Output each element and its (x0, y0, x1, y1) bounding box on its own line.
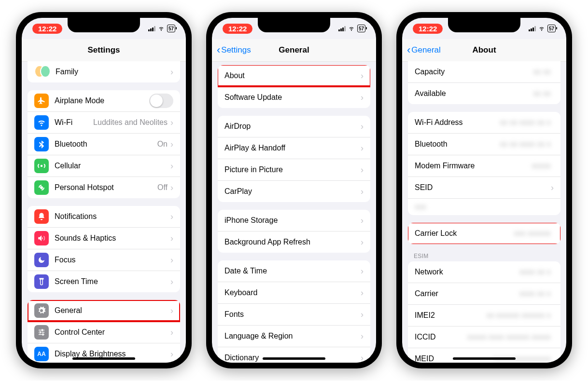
back-button[interactable]: ‹Settings (217, 45, 251, 55)
row-personal-hotspot[interactable]: Personal Hotspot Off › (28, 177, 180, 198)
row-carrier-lock[interactable]: Carrier Lockxxx xxxxxx (408, 223, 560, 244)
row-carrier[interactable]: Carrierxxxx xx x (408, 283, 560, 304)
display-icon: AA (34, 347, 49, 361)
row-capacity[interactable]: Capacityxx xx (408, 61, 560, 82)
sounds-icon (34, 231, 49, 245)
chevron-right-icon: › (170, 139, 173, 150)
row-control-center[interactable]: Control Center › (28, 321, 180, 343)
row-keyboard[interactable]: Keyboard› (218, 282, 370, 303)
chevron-left-icon: ‹ (407, 45, 410, 55)
cellular-signal-icon (148, 26, 155, 31)
status-time: 12:22 (413, 24, 443, 34)
row-picture-in-picture[interactable]: Picture in Picture› (218, 159, 370, 180)
row-carplay[interactable]: CarPlay› (218, 180, 370, 202)
chevron-right-icon: › (361, 93, 364, 103)
home-indicator[interactable] (263, 357, 325, 360)
row-notifications[interactable]: Notifications › (28, 206, 180, 227)
row-screen-time[interactable]: Screen Time › (28, 271, 180, 292)
chevron-right-icon: › (361, 331, 364, 341)
control-center-icon (34, 325, 49, 340)
row-network[interactable]: Networkxxxx xx x (408, 261, 560, 283)
chevron-right-icon: › (170, 233, 173, 244)
home-indicator[interactable] (72, 357, 135, 360)
chevron-right-icon: › (361, 71, 364, 81)
row-bluetooth[interactable]: Bluetooth On › (28, 133, 180, 155)
chevron-left-icon: ‹ (217, 45, 220, 55)
row-airplay-handoff[interactable]: AirPlay & Handoff› (218, 137, 370, 159)
row-meid[interactable]: MEIDxxxxxxxxxxxxxxx (408, 348, 560, 363)
chevron-right-icon: › (361, 122, 364, 132)
row-modem-firmware[interactable]: Modem Firmwarexxxxx (408, 155, 560, 177)
notch (448, 18, 520, 32)
row-available[interactable]: Availablexx xx (408, 82, 560, 104)
chevron-right-icon: › (170, 161, 173, 171)
chevron-right-icon: › (170, 306, 173, 316)
row-iphone-storage[interactable]: iPhone Storage› (218, 210, 370, 231)
row-wifi-address[interactable]: Wi-Fi Addressxx xx xxxx xx x (408, 112, 560, 133)
chevron-right-icon: › (361, 216, 364, 226)
row-language-region[interactable]: Language & Region› (218, 325, 370, 347)
notch (258, 18, 330, 32)
battery-icon: 57 (547, 25, 556, 32)
row-wifi[interactable]: Wi-Fi Luddites and Neolites › (28, 111, 180, 133)
row-general[interactable]: General › (28, 300, 180, 321)
row-fonts[interactable]: Fonts› (218, 303, 370, 325)
airplane-toggle[interactable] (149, 94, 173, 108)
row-software-update[interactable]: Software Update› (218, 86, 370, 108)
row-airdrop[interactable]: AirDrop› (218, 116, 370, 137)
notch (68, 18, 140, 32)
status-time: 12:22 (223, 24, 252, 34)
home-indicator[interactable] (453, 357, 516, 360)
chevron-right-icon: › (361, 310, 364, 320)
row-date-time[interactable]: Date & Time› (218, 260, 370, 282)
chevron-right-icon: › (361, 237, 364, 247)
chevron-right-icon: › (170, 118, 173, 128)
row-bluetooth-address[interactable]: Bluetoothxx xx xxxx xx x (408, 133, 560, 155)
page-title: Settings (87, 45, 120, 55)
chevron-right-icon: › (361, 353, 364, 363)
chevron-right-icon: › (170, 349, 173, 359)
row-blurred[interactable]: xxx (408, 198, 560, 215)
chevron-right-icon: › (361, 143, 364, 153)
page-title: General (279, 45, 309, 55)
bluetooth-icon (34, 137, 49, 151)
battery-icon: 57 (357, 25, 365, 32)
phone-settings: 12:22 57 Settings Family › (16, 12, 192, 368)
chevron-right-icon: › (551, 183, 554, 193)
battery-icon: 57 (167, 25, 175, 32)
cellular-icon (34, 159, 49, 173)
airplane-icon (34, 94, 49, 108)
row-focus[interactable]: Focus › (28, 249, 180, 271)
row-airplane-mode[interactable]: Airplane Mode (28, 90, 180, 111)
status-time: 12:22 (32, 24, 62, 34)
chevron-right-icon: › (170, 212, 173, 222)
chevron-right-icon: › (361, 187, 364, 197)
row-dictionary[interactable]: Dictionary› (218, 347, 370, 363)
chevron-right-icon: › (170, 183, 173, 193)
wifi-icon (157, 26, 165, 31)
cellular-signal-icon (338, 26, 346, 31)
hotspot-icon (34, 180, 49, 195)
chevron-right-icon: › (170, 277, 173, 287)
row-cellular[interactable]: Cellular › (28, 155, 180, 177)
row-iccid[interactable]: ICCIDxxxxx xxxx xxxxxx xxxxx (408, 326, 560, 348)
focus-icon (34, 253, 49, 267)
chevron-right-icon: › (170, 327, 173, 338)
row-background-app-refresh[interactable]: Background App Refresh› (218, 231, 370, 253)
row-about[interactable]: About› (218, 65, 370, 86)
notifications-icon (34, 209, 49, 224)
chevron-right-icon: › (170, 255, 173, 265)
family-avatars-icon (34, 65, 51, 79)
back-button[interactable]: ‹General (407, 45, 441, 55)
chevron-right-icon: › (361, 288, 364, 298)
cellular-signal-icon (529, 26, 536, 31)
row-sounds-haptics[interactable]: Sounds & Haptics › (28, 227, 180, 249)
chevron-right-icon: › (170, 67, 173, 77)
row-imei2[interactable]: IMEI2xx xxxxxx xxxxxx x (408, 304, 560, 326)
row-seid[interactable]: SEID› (408, 177, 560, 198)
wifi-icon (348, 26, 355, 31)
general-icon (34, 303, 49, 318)
row-family[interactable]: Family › (28, 61, 180, 82)
nav-bar: ‹Settings General (212, 39, 376, 62)
wifi-settings-icon (34, 115, 49, 130)
